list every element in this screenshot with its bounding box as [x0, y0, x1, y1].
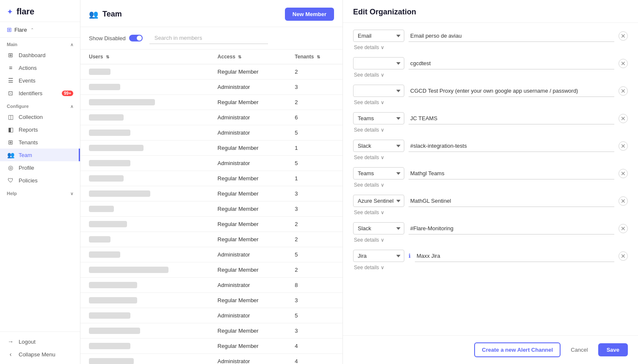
sidebar-item-tenants[interactable]: ⊞ Tenants — [0, 136, 80, 149]
table-row[interactable]: ■■■ ■■■■ Regular Member 3 — [80, 201, 342, 217]
table-row[interactable]: ■■■■ ■■■■■■■■ Administrator 5 — [80, 125, 342, 141]
access-cell: Regular Member — [209, 232, 286, 247]
org-selector[interactable]: ⊞ Flare ⌃ — [0, 22, 80, 38]
cancel-button[interactable]: Cancel — [566, 343, 593, 356]
channel-remove-button[interactable]: ✕ — [619, 141, 628, 151]
section-help-label: Help — [7, 191, 17, 196]
see-details-toggle[interactable]: See details ∨ — [354, 237, 628, 243]
table-row[interactable]: ■■■■■ ■■■■ Administrator 3 — [80, 80, 342, 95]
channel-value-input[interactable] — [409, 140, 614, 152]
sidebar-item-profile[interactable]: ◎ Profile — [0, 161, 80, 174]
channel-remove-button[interactable]: ✕ — [619, 224, 628, 233]
channel-value-input[interactable] — [409, 113, 614, 124]
sidebar-item-collapse[interactable]: ‹ Collapse Menu — [0, 348, 80, 361]
channel-type-select[interactable]: Email Teams Slack Azure Sentinel Jira — [353, 167, 404, 179]
table-row[interactable]: ■■■■■ ■■■■■ Regular Member 1 — [80, 171, 342, 186]
see-details-toggle[interactable]: See details ∨ — [354, 182, 628, 188]
channel-type-select[interactable]: Email Teams Slack Azure Sentinel Jira — [353, 140, 404, 152]
sidebar-item-actions[interactable]: ≡ Actions — [0, 61, 80, 74]
see-details-toggle[interactable]: See details ∨ — [354, 72, 628, 78]
channel-value-input[interactable] — [409, 195, 614, 207]
access-cell: Regular Member — [209, 95, 286, 110]
table-row[interactable]: ■■■■■■■■ ■■■■■■ Regular Member 3 — [80, 293, 342, 308]
section-configure[interactable]: Configure ∧ — [0, 99, 80, 110]
see-details-toggle[interactable]: See details ∨ — [354, 265, 628, 270]
channel-remove-button[interactable]: ✕ — [619, 169, 628, 178]
see-details-toggle[interactable]: See details ∨ — [354, 44, 628, 50]
sidebar-item-dashboard[interactable]: ⊞ Dashboard — [0, 49, 80, 61]
channel-row-top: Email Teams Slack Azure Sentinel Jira ✕ — [353, 30, 628, 42]
sidebar-item-logout[interactable]: → Logout — [0, 335, 80, 348]
section-main[interactable]: Main ∧ — [0, 38, 80, 49]
table-row[interactable]: ■■■■■■■ ■■■■■■■ Administrator 8 — [80, 278, 342, 293]
edit-header: Edit Organization — [343, 0, 638, 23]
channel-type-select[interactable]: Email Teams Slack Azure Sentinel Jira — [353, 250, 404, 262]
user-cell: ■■■■■ ■■■■ — [80, 247, 209, 262]
team-title-text: Team — [102, 10, 122, 19]
save-button[interactable]: Save — [598, 343, 628, 356]
table-row[interactable]: ■■■ ■■■ Regular Member 2 — [80, 64, 342, 80]
channel-type-select[interactable]: Email Teams Slack Azure Sentinel Jira — [353, 222, 404, 234]
channel-remove-button[interactable]: ✕ — [619, 251, 628, 261]
channel-type-select[interactable]: Email Teams Slack Azure Sentinel Jira — [353, 85, 404, 97]
org-icon: ⊞ — [7, 26, 12, 33]
channel-row-top: Email Teams Slack Azure Sentinel Jira ✕ — [353, 167, 628, 179]
col-tenants[interactable]: Tenants ⇅ — [286, 50, 342, 64]
channel-remove-button[interactable]: ✕ — [619, 114, 628, 123]
see-details-toggle[interactable]: See details ∨ — [354, 154, 628, 160]
access-cell: Regular Member — [209, 339, 286, 354]
channel-value-input[interactable] — [409, 168, 614, 179]
table-row[interactable]: ■■■■■■ ■■■■■■ Administrator 5 — [80, 308, 342, 323]
table-row[interactable]: ■■■■■■ ■■■■■■ Administrator 5 — [80, 156, 342, 171]
table-row[interactable]: ■■■■ ■■■■■■■■ Regular Member 4 — [80, 339, 342, 354]
table-row[interactable]: ■■■■■■■■ ■■■■■■■■ Regular Member 1 — [80, 141, 342, 156]
sidebar-item-collection[interactable]: ◫ Collection — [0, 110, 80, 123]
see-details-icon: ∨ — [381, 154, 384, 160]
channel-remove-button[interactable]: ✕ — [619, 31, 628, 41]
sidebar-item-reports[interactable]: ◧ Reports — [0, 123, 80, 136]
table-row[interactable]: ■■■■■■ ■■■■■■ ■■■■■■■ Regular Member 2 — [80, 95, 342, 110]
see-details-toggle[interactable]: See details ∨ — [354, 210, 628, 215]
table-row[interactable]: ■■■■■ ■■■■■ Administrator 6 — [80, 110, 342, 125]
channel-type-select[interactable]: Email Teams Slack Azure Sentinel Jira — [353, 195, 404, 207]
sidebar-item-identifiers[interactable]: ⊡ Identifiers 99+ — [0, 87, 80, 99]
channel-value-input[interactable] — [415, 250, 614, 262]
sidebar-item-team[interactable]: 👥 Team — [0, 149, 80, 161]
channel-remove-button[interactable]: ✕ — [619, 86, 628, 96]
see-details-toggle[interactable]: See details ∨ — [354, 127, 628, 133]
channel-type-select[interactable]: Email Teams Slack Azure Sentinel Jira — [353, 112, 404, 124]
tenants-cell: 5 — [286, 247, 342, 262]
channel-value-input[interactable] — [409, 85, 614, 97]
channel-remove-button[interactable]: ✕ — [619, 59, 628, 68]
channel-value-input[interactable] — [409, 30, 614, 42]
table-row[interactable]: ■■■■■■■ ■■■■■■■ ■■■■■■■■■ Regular Member… — [80, 262, 342, 278]
user-cell: ■■■■■ ■■■■■ — [80, 171, 209, 186]
sidebar-item-policies[interactable]: 🛡 Policies — [0, 174, 80, 187]
channel-remove-button[interactable]: ✕ — [619, 196, 628, 206]
show-disabled-label: Show Disabled — [89, 35, 126, 41]
channel-value-input[interactable] — [409, 223, 614, 234]
search-input[interactable] — [149, 32, 268, 44]
col-users[interactable]: Users ⇅ — [80, 50, 209, 64]
access-cell: Regular Member — [209, 217, 286, 232]
sidebar-item-events[interactable]: ☰ Events — [0, 74, 80, 87]
table-row[interactable]: ■■■■■■■■■■ ■■■■■■■■ Regular Member 3 — [80, 186, 342, 201]
channel-type-select[interactable]: Email Teams Slack Azure Sentinel Jira — [353, 57, 404, 69]
channel-value-input[interactable] — [409, 58, 614, 69]
table-row[interactable]: ■■■■■ ■■■■ Administrator 5 — [80, 247, 342, 262]
access-cell: Regular Member — [209, 293, 286, 308]
disabled-toggle-switch[interactable] — [129, 35, 143, 41]
table-row[interactable]: ■■■■■■■ ■■■■ Regular Member 2 — [80, 217, 342, 232]
see-details-toggle[interactable]: See details ∨ — [354, 99, 628, 105]
channel-type-select[interactable]: Email Teams Slack Azure Sentinel Jira — [353, 30, 404, 42]
access-cell: Regular Member — [209, 64, 286, 80]
table-row[interactable]: ■■■■ ■■■■■■■■■ Administrator 4 — [80, 354, 342, 364]
new-member-button[interactable]: New Member — [285, 8, 334, 21]
create-alert-button[interactable]: Create a new Alert Channel — [474, 342, 561, 357]
see-details-icon: ∨ — [381, 210, 384, 215]
table-row[interactable]: ■■■■■■■■ ■■■■■■■ Regular Member 3 — [80, 323, 342, 339]
section-help[interactable]: Help ∨ — [0, 187, 80, 198]
channel-row: Email Teams Slack Azure Sentinel Jira ✕ … — [353, 112, 628, 133]
table-row[interactable]: ■■■ ■■■ Regular Member 2 — [80, 232, 342, 247]
col-access[interactable]: Access ⇅ — [209, 50, 286, 64]
